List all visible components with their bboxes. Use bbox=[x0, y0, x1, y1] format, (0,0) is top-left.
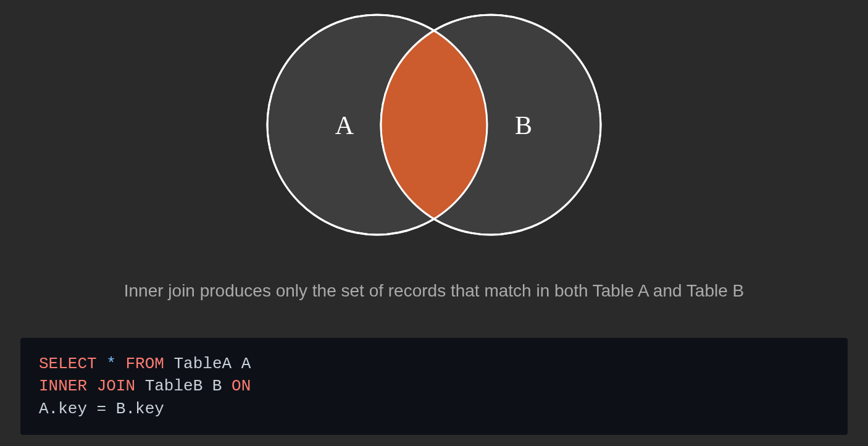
identifier-condition: A.key = B.key bbox=[39, 400, 164, 418]
venn-svg: A B bbox=[249, 6, 619, 241]
keyword-on: ON bbox=[232, 377, 251, 395]
keyword-from: FROM bbox=[125, 355, 164, 373]
code-line-3: A.key = B.key bbox=[39, 398, 829, 420]
sql-code-block: SELECT * FROM TableA A INNER JOIN TableB… bbox=[20, 338, 848, 435]
keyword-join: JOIN bbox=[97, 377, 135, 395]
venn-label-b: B bbox=[515, 111, 532, 140]
keyword-inner: INNER bbox=[39, 377, 87, 395]
identifier-tablea: TableA A bbox=[173, 355, 251, 373]
code-line-1: SELECT * FROM TableA A bbox=[39, 353, 829, 375]
venn-diagram: A B bbox=[249, 6, 619, 241]
operator-star: * bbox=[106, 355, 116, 373]
code-line-2: INNER JOIN TableB B ON bbox=[39, 375, 829, 397]
identifier-tableb: TableB B bbox=[145, 377, 222, 395]
keyword-select: SELECT bbox=[39, 355, 97, 373]
description-text: Inner join produces only the set of reco… bbox=[124, 281, 745, 301]
venn-label-a: A bbox=[335, 111, 354, 140]
